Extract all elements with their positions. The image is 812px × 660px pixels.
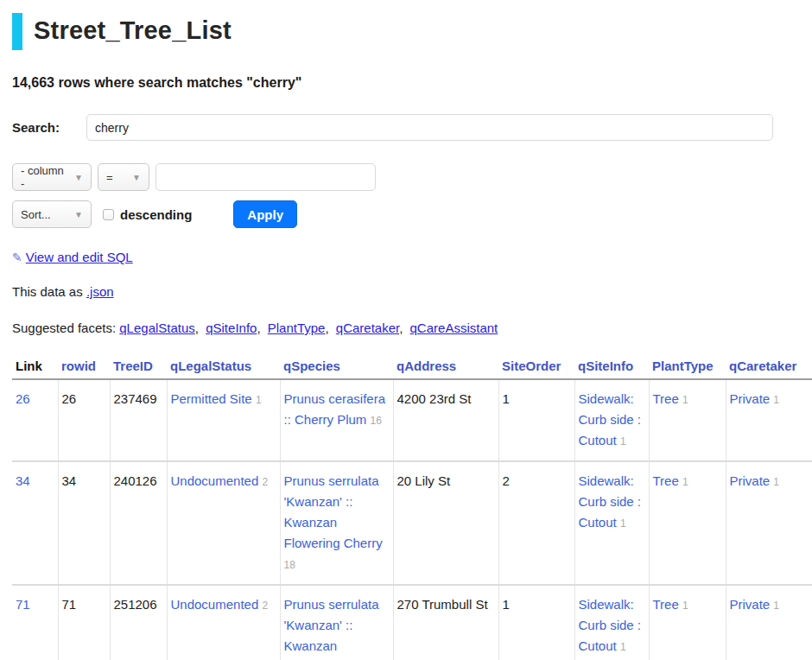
facet-count: 2 (262, 476, 268, 488)
facet-separator: , (195, 320, 199, 335)
cell-qsiteinfo-link[interactable]: Sidewalk: Curb side : Cutout (579, 391, 642, 447)
cell-qcaretaker-link[interactable]: Private (730, 391, 771, 406)
suggested-facets-line: Suggested facets: qLegalStatus, qSiteInf… (12, 320, 800, 335)
facet-count: 1 (620, 641, 626, 653)
facet-count: 1 (773, 476, 779, 488)
descending-label: descending (120, 207, 192, 222)
facet-link-qsiteinfo[interactable]: qSiteInfo (206, 320, 257, 335)
cell-qspecies-link[interactable]: Prunus serrulata 'Kwanzan' :: Kwanzan Fl… (284, 597, 383, 660)
header-planttype[interactable]: PlantType (652, 359, 714, 373)
facets-prefix: Suggested facets: (12, 320, 116, 335)
chevron-down-icon: ▼ (132, 173, 141, 182)
facet-link-qlegalstatus[interactable]: qLegalStatus (119, 320, 195, 335)
cell-siteorder: 2 (498, 461, 574, 585)
facet-separator: , (399, 320, 403, 335)
sort-row: Sort... ▼ descending Apply (12, 200, 800, 228)
cell-siteorder: 1 (498, 379, 574, 461)
cell-qsiteinfo-link[interactable]: Sidewalk: Curb side : Cutout (579, 597, 642, 653)
facet-count: 1 (682, 476, 688, 488)
facet-count: 18 (284, 559, 295, 571)
json-export-link[interactable]: .json (86, 284, 114, 299)
header-siteorder[interactable]: SiteOrder (502, 359, 561, 373)
sql-line: ✎View and edit SQL (12, 250, 800, 264)
facet-count: 1 (682, 600, 688, 612)
facet-count: 1 (773, 394, 779, 406)
table-row: 71 71 251206 Undocumented 2 Prunus serru… (12, 585, 812, 660)
facet-link-qcareassistant[interactable]: qCareAssistant (410, 320, 498, 335)
cell-rowid: 71 (58, 585, 110, 660)
cell-planttype-link[interactable]: Tree (653, 391, 679, 406)
cell-qlegalstatus-link[interactable]: Permitted Site (171, 391, 252, 406)
cell-qaddress: 20 Lily St (393, 461, 498, 585)
cell-planttype-link[interactable]: Tree (653, 597, 679, 612)
cell-qlegalstatus-link[interactable]: Undocumented (171, 473, 259, 488)
cell-qsiteinfo-link[interactable]: Sidewalk: Curb side : Cutout (579, 473, 642, 530)
chevron-down-icon: ▼ (74, 210, 83, 219)
filter-operator-select[interactable]: = ▼ (98, 163, 149, 191)
facet-count: 1 (620, 435, 626, 447)
cell-rowid: 26 (58, 379, 110, 461)
cell-qspecies-link[interactable]: Prunus serrulata 'Kwanzan' :: Kwanzan Fl… (284, 473, 383, 550)
search-input[interactable] (86, 114, 773, 141)
facet-link-planttype[interactable]: PlantType (268, 320, 326, 335)
row-link[interactable]: 34 (16, 473, 30, 488)
facet-link-qcaretaker[interactable]: qCaretaker (336, 320, 399, 335)
cell-qaddress: 4200 23rd St (393, 379, 498, 461)
header-treeid[interactable]: TreeID (113, 359, 153, 373)
facet-count: 16 (371, 415, 382, 427)
cell-qcaretaker-link[interactable]: Private (730, 597, 771, 612)
header-qspecies[interactable]: qSpecies (283, 359, 340, 373)
facet-count: 1 (256, 394, 262, 406)
results-table: Link rowid TreeID qLegalStatus qSpecies … (12, 355, 812, 660)
data-export-line: This data as .json (12, 284, 800, 299)
page-header: Street_Tree_List (12, 13, 800, 50)
pencil-icon: ✎ (12, 251, 22, 264)
filter-column-select[interactable]: - column - ▼ (12, 163, 92, 191)
filter-row: - column - ▼ = ▼ (12, 163, 800, 191)
cell-rowid: 34 (58, 461, 110, 585)
cell-planttype-link[interactable]: Tree (653, 473, 679, 488)
page-title: Street_Tree_List (34, 16, 800, 45)
filter-value-input[interactable] (155, 163, 376, 191)
header-qlegalstatus[interactable]: qLegalStatus (170, 359, 251, 373)
cell-treeid: 237469 (110, 379, 167, 461)
cell-qcaretaker-link[interactable]: Private (730, 473, 771, 488)
sort-select[interactable]: Sort... ▼ (12, 200, 92, 228)
cell-qaddress: 270 Trumbull St (393, 585, 498, 660)
header-qcaretaker[interactable]: qCaretaker (729, 359, 796, 373)
table-header-row: Link rowid TreeID qLegalStatus qSpecies … (12, 355, 812, 379)
search-row: Search: (12, 114, 800, 141)
descending-checkbox[interactable] (103, 209, 114, 220)
facet-count: 2 (262, 600, 268, 612)
cell-treeid: 251206 (110, 585, 167, 660)
cell-treeid: 240126 (110, 461, 167, 585)
filter-operator-value: = (106, 171, 113, 184)
cell-qlegalstatus-link[interactable]: Undocumented (171, 597, 259, 612)
row-count-summary: 14,663 rows where search matches "cherry… (12, 75, 800, 91)
header-qsiteinfo[interactable]: qSiteInfo (578, 359, 633, 373)
search-label: Search: (12, 120, 86, 135)
facet-count: 1 (773, 600, 779, 612)
header-qaddress[interactable]: qAddress (396, 359, 456, 373)
data-as-prefix: This data as (12, 284, 83, 299)
apply-button[interactable]: Apply (233, 200, 297, 228)
table-row: 26 26 237469 Permitted Site 1 Prunus cer… (12, 379, 812, 461)
table-row: 34 34 240126 Undocumented 2 Prunus serru… (12, 461, 812, 585)
view-edit-sql-link[interactable]: View and edit SQL (26, 250, 133, 264)
header-rowid[interactable]: rowid (61, 359, 96, 373)
chevron-down-icon: ▼ (74, 173, 83, 182)
facet-count: 1 (620, 517, 626, 530)
row-link[interactable]: 71 (16, 597, 30, 612)
page: Street_Tree_List 14,663 rows where searc… (0, 13, 812, 660)
facet-count: 1 (682, 394, 688, 406)
row-link[interactable]: 26 (16, 391, 30, 406)
sort-select-value: Sort... (21, 208, 51, 221)
cell-siteorder: 1 (498, 585, 574, 660)
facet-separator: , (257, 320, 260, 335)
header-link: Link (12, 355, 58, 379)
facet-separator: , (325, 320, 328, 335)
filter-column-value: - column - (21, 164, 67, 190)
